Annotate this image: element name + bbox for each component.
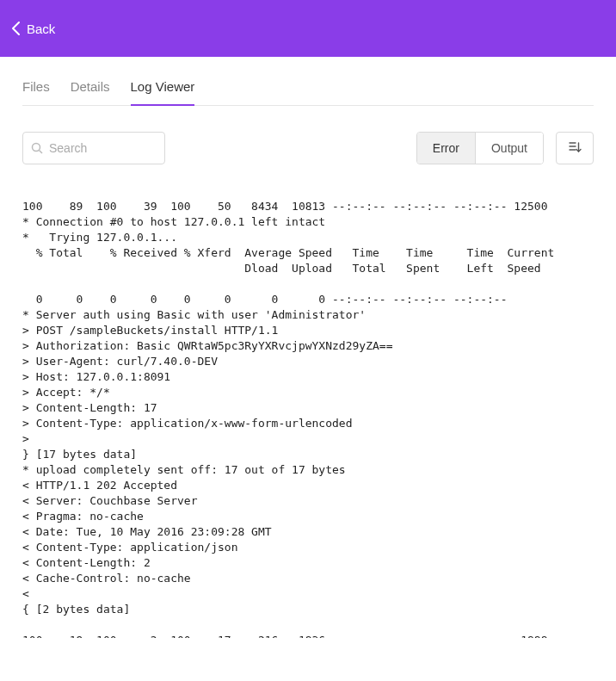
chevron-left-icon — [12, 22, 20, 35]
error-toggle-button[interactable]: Error — [417, 133, 476, 164]
page-content: Files Details Log Viewer Error Output — [0, 57, 616, 653]
search-icon — [31, 142, 43, 154]
sort-icon — [568, 140, 582, 157]
back-button[interactable]: Back — [12, 22, 55, 36]
log-output[interactable]: 100 89 100 39 100 50 8434 10813 --:--:--… — [22, 176, 594, 638]
page-header: Back — [0, 0, 616, 57]
error-output-toggle: Error Output — [416, 132, 544, 164]
toolbar-right: Error Output — [416, 132, 594, 164]
svg-point-0 — [33, 144, 40, 152]
tab-files[interactable]: Files — [22, 79, 50, 106]
output-toggle-button[interactable]: Output — [476, 133, 543, 164]
tab-details[interactable]: Details — [71, 79, 110, 106]
search-input[interactable] — [22, 132, 165, 164]
tabs-bar: Files Details Log Viewer — [22, 57, 594, 106]
search-field-wrap — [22, 132, 165, 164]
sort-button[interactable] — [556, 132, 594, 164]
toolbar: Error Output — [22, 106, 594, 176]
back-button-label: Back — [27, 22, 55, 36]
svg-line-1 — [40, 151, 43, 154]
tab-log-viewer[interactable]: Log Viewer — [131, 79, 195, 106]
